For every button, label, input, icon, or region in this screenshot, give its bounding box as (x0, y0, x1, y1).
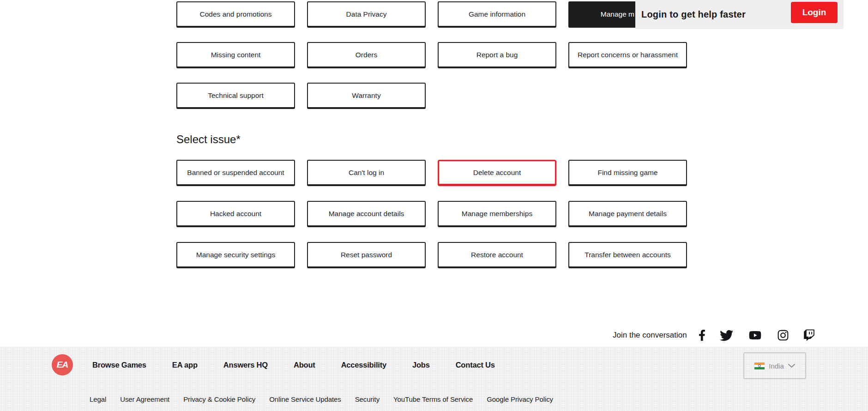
social-section: Join the conversation (613, 326, 815, 344)
footer-legal-links: Legal User Agreement Privacy & Cookie Po… (90, 395, 553, 403)
tile-label: Missing content (211, 51, 261, 59)
topic-tile-game-information[interactable]: Game information (438, 1, 556, 27)
tile-label: Delete account (473, 169, 521, 177)
tile-label: Manage payment details (589, 210, 667, 218)
region-selector[interactable]: India (743, 352, 806, 379)
login-banner-message: Login to get help faster (641, 9, 746, 20)
chevron-down-icon (788, 364, 795, 368)
issue-tile-hacked-account[interactable]: Hacked account (176, 201, 295, 226)
issue-tile-delete-account[interactable]: Delete account (438, 160, 556, 185)
issue-tile-manage-security-settings[interactable]: Manage security settings (176, 242, 295, 267)
twitch-icon[interactable] (803, 329, 815, 341)
tile-label: Warranty (352, 91, 380, 100)
login-banner: Login to get help faster Login (635, 0, 844, 29)
instagram-icon[interactable] (777, 329, 789, 341)
topic-tile-orders[interactable]: Orders (307, 42, 426, 67)
tile-label: Orders (356, 51, 377, 59)
issue-grid: Banned or suspended account Can't log in… (176, 160, 687, 267)
footer-nav-ea-app[interactable]: EA app (172, 361, 198, 369)
topic-grid: Codes and promotions Data Privacy Game i… (176, 1, 687, 108)
tile-label: Hacked account (210, 210, 261, 218)
tile-label: Restore account (471, 251, 523, 259)
footer-nav-answers-hq[interactable]: Answers HQ (223, 361, 268, 369)
legal-link-google-privacy-policy[interactable]: Google Privacy Policy (487, 395, 553, 403)
footer-nav-accessibility[interactable]: Accessibility (341, 361, 386, 369)
tile-label: Banned or suspended account (187, 169, 284, 177)
tile-label: Manage account details (329, 210, 404, 218)
tile-label: Reset password (341, 251, 392, 259)
issue-tile-restore-account[interactable]: Restore account (438, 242, 556, 267)
footer-nav-about[interactable]: About (294, 361, 315, 369)
footer-nav-browse-games[interactable]: Browse Games (92, 361, 146, 369)
tile-label: Codes and promotions (200, 10, 272, 18)
topic-tile-technical-support[interactable]: Technical support (176, 83, 295, 108)
tile-label: Game information (469, 10, 525, 18)
tile-label: Manage memberships (462, 210, 532, 218)
tile-label: Manage m (601, 10, 634, 18)
tile-label: Report concerns or harassment (578, 51, 678, 59)
footer: EA Browse Games EA app Answers HQ About … (0, 347, 868, 411)
footer-nav-jobs[interactable]: Jobs (412, 361, 430, 369)
tile-label: Find missing game (597, 169, 657, 177)
login-button[interactable]: Login (791, 2, 838, 23)
topic-tile-codes-and-promotions[interactable]: Codes and promotions (176, 1, 295, 27)
select-issue-heading: Select issue* (176, 133, 241, 146)
topic-tile-report-concerns-or-harassment[interactable]: Report concerns or harassment (568, 42, 687, 67)
join-conversation-label: Join the conversation (613, 331, 687, 340)
twitter-icon[interactable] (720, 329, 733, 342)
legal-link-youtube-terms-of-service[interactable]: YouTube Terms of Service (393, 395, 473, 403)
issue-tile-manage-payment-details[interactable]: Manage payment details (568, 201, 687, 226)
tile-label: Report a bug (476, 51, 518, 59)
youtube-icon[interactable] (747, 330, 763, 341)
legal-link-security[interactable]: Security (355, 395, 380, 403)
issue-tile-manage-account-details[interactable]: Manage account details (307, 201, 426, 226)
issue-tile-reset-password[interactable]: Reset password (307, 242, 426, 267)
footer-nav-contact-us[interactable]: Contact Us (456, 361, 495, 369)
issue-tile-find-missing-game[interactable]: Find missing game (568, 160, 687, 185)
legal-link-online-service-updates[interactable]: Online Service Updates (269, 395, 341, 403)
facebook-icon[interactable] (699, 329, 705, 342)
tile-label: Can't log in (349, 169, 384, 177)
ea-logo[interactable]: EA (52, 354, 73, 375)
ea-logo-text: EA (57, 360, 68, 370)
topic-tile-warranty[interactable]: Warranty (307, 83, 426, 108)
india-flag-icon (754, 363, 765, 369)
issue-tile-transfer-between-accounts[interactable]: Transfer between accounts (568, 242, 687, 267)
tile-label: Transfer between accounts (585, 251, 670, 259)
issue-tile-can-t-log-in[interactable]: Can't log in (307, 160, 426, 185)
issue-tile-manage-memberships[interactable]: Manage memberships (438, 201, 556, 226)
topic-tile-data-privacy[interactable]: Data Privacy (307, 1, 426, 27)
region-label: India (769, 362, 784, 370)
topic-tile-missing-content[interactable]: Missing content (176, 42, 295, 67)
legal-link-privacy-cookie-policy[interactable]: Privacy & Cookie Policy (183, 395, 255, 403)
footer-nav: Browse Games EA app Answers HQ About Acc… (92, 360, 495, 370)
tile-label: Manage security settings (196, 251, 275, 259)
legal-link-user-agreement[interactable]: User Agreement (120, 395, 169, 403)
tile-label: Data Privacy (346, 10, 387, 18)
ea-help-page: Codes and promotions Data Privacy Game i… (0, 0, 868, 411)
legal-link-legal[interactable]: Legal (90, 395, 106, 403)
tile-label: Technical support (208, 91, 264, 100)
topic-tile-report-a-bug[interactable]: Report a bug (438, 42, 556, 67)
issue-tile-banned-or-suspended-account[interactable]: Banned or suspended account (176, 160, 295, 185)
